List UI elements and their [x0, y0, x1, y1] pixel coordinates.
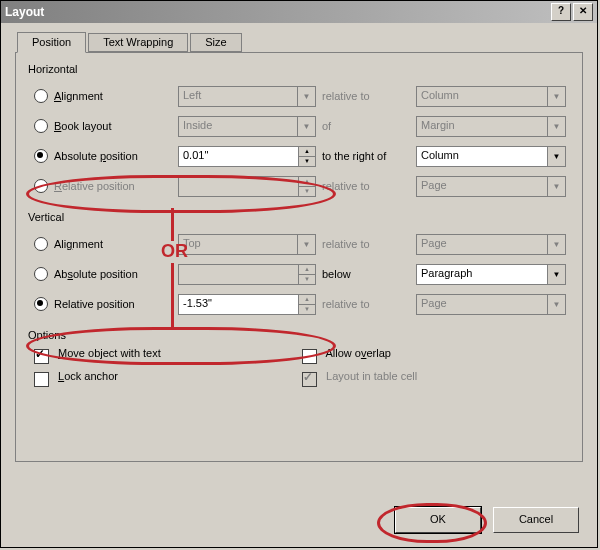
chevron-down-icon[interactable]: ▼: [298, 86, 316, 107]
radio-h-book[interactable]: [34, 119, 48, 133]
window-title: Layout: [5, 5, 44, 19]
combo-h-alignment[interactable]: Left ▼: [178, 86, 316, 107]
combo-v-absolute-rel[interactable]: Paragraph ▼: [416, 264, 566, 285]
combo-h-book-rel-value: Margin: [416, 116, 548, 137]
titlebar: Layout ? ✕: [1, 1, 597, 23]
spin-up-icon[interactable]: ▲: [299, 264, 316, 275]
spinner-h-absolute-value[interactable]: 0.01": [178, 146, 299, 167]
combo-h-relative-rel[interactable]: Page ▼: [416, 176, 566, 197]
label-h-alignment: Alignment: [54, 90, 174, 102]
combo-h-book-value: Inside: [178, 116, 298, 137]
chevron-down-icon[interactable]: ▼: [548, 294, 566, 315]
combo-h-alignment-rel-value: Column: [416, 86, 548, 107]
radio-v-alignment[interactable]: [34, 237, 48, 251]
combo-v-alignment-rel-value: Page: [416, 234, 548, 255]
group-vertical-label: Vertical: [28, 211, 570, 223]
combo-v-relative-rel[interactable]: Page ▼: [416, 294, 566, 315]
group-options: Options Move object with text Allow over…: [28, 329, 570, 385]
tab-pane-position: Horizontal Alignment Left ▼ relative to …: [15, 52, 583, 462]
group-vertical: Vertical Alignment Top ▼ relative to Pag…: [28, 211, 570, 319]
chevron-down-icon[interactable]: ▼: [298, 116, 316, 137]
spinner-v-relative-value[interactable]: -1.53": [178, 294, 299, 315]
radio-h-relative[interactable]: [34, 179, 48, 193]
label-h-book: Book layout: [54, 120, 174, 132]
chevron-down-icon[interactable]: ▼: [548, 146, 566, 167]
spinner-h-absolute[interactable]: 0.01" ▲ ▼: [178, 146, 316, 167]
radio-h-alignment[interactable]: [34, 89, 48, 103]
label-v-alignment: Alignment: [54, 238, 174, 250]
spinner-v-relative[interactable]: -1.53" ▲ ▼: [178, 294, 316, 315]
row-h-book: Book layout Inside ▼ of Margin ▼: [28, 111, 570, 141]
chevron-down-icon[interactable]: ▼: [548, 116, 566, 137]
spin-down-icon[interactable]: ▼: [299, 187, 316, 197]
chevron-down-icon[interactable]: ▼: [548, 86, 566, 107]
checkbox-overlap[interactable]: [302, 349, 317, 364]
label-move: Move object with text: [58, 347, 161, 359]
group-horizontal: Horizontal Alignment Left ▼ relative to …: [28, 63, 570, 201]
combo-v-absolute-rel-value: Paragraph: [416, 264, 548, 285]
combo-v-alignment-value: Top: [178, 234, 298, 255]
checkbox-tablecell: [302, 372, 317, 387]
spin-down-icon[interactable]: ▼: [299, 275, 316, 285]
row-h-alignment: Alignment Left ▼ relative to Column ▼: [28, 81, 570, 111]
spin-up-icon[interactable]: ▲: [299, 294, 316, 305]
label-tablecell: Layout in table cell: [326, 370, 417, 382]
row-h-relative: Relative position ▲ ▼ relative to Page ▼: [28, 171, 570, 201]
checkbox-lock[interactable]: [34, 372, 49, 387]
label-h-relative: Relative position: [54, 180, 174, 192]
spinner-h-relative-value[interactable]: [178, 176, 299, 197]
label-h-absolute: Absolute position: [54, 150, 174, 162]
close-button[interactable]: ✕: [573, 3, 593, 21]
label-overlap: Allow overlap: [325, 347, 390, 359]
spin-up-icon[interactable]: ▲: [299, 176, 316, 187]
opt-overlap[interactable]: Allow overlap: [302, 347, 570, 362]
label-v-alignment-rel: relative to: [322, 238, 412, 250]
dialog-client: Position Text Wrapping Size Horizontal A…: [1, 23, 597, 547]
combo-v-alignment-rel[interactable]: Page ▼: [416, 234, 566, 255]
cancel-button[interactable]: Cancel: [493, 507, 579, 533]
spin-down-icon[interactable]: ▼: [299, 157, 316, 167]
combo-h-alignment-rel[interactable]: Column ▼: [416, 86, 566, 107]
combo-h-absolute-rel[interactable]: Column ▼: [416, 146, 566, 167]
opt-move[interactable]: Move object with text: [34, 347, 302, 362]
combo-v-relative-rel-value: Page: [416, 294, 548, 315]
combo-h-book-rel[interactable]: Margin ▼: [416, 116, 566, 137]
spinner-v-absolute[interactable]: ▲ ▼: [178, 264, 316, 285]
ok-button[interactable]: OK: [395, 507, 481, 533]
opt-tablecell: Layout in table cell: [302, 370, 570, 385]
dialog-buttons: OK Cancel: [395, 507, 579, 533]
tabs: Position Text Wrapping Size: [17, 31, 583, 52]
spin-up-icon[interactable]: ▲: [299, 146, 316, 157]
combo-h-absolute-rel-value: Column: [416, 146, 548, 167]
radio-v-absolute[interactable]: [34, 267, 48, 281]
checkbox-move[interactable]: [34, 349, 49, 364]
label-v-absolute: Absolute position: [54, 268, 174, 280]
row-h-absolute: Absolute position 0.01" ▲ ▼ to the right…: [28, 141, 570, 171]
group-horizontal-label: Horizontal: [28, 63, 570, 75]
row-v-absolute: Absolute position ▲ ▼ below Paragraph ▼: [28, 259, 570, 289]
radio-v-relative[interactable]: [34, 297, 48, 311]
spin-down-icon[interactable]: ▼: [299, 305, 316, 315]
label-h-absolute-rel: to the right of: [322, 150, 412, 162]
opt-lock[interactable]: Lock anchor: [34, 370, 302, 385]
help-button[interactable]: ?: [551, 3, 571, 21]
row-v-alignment: Alignment Top ▼ relative to Page ▼: [28, 229, 570, 259]
chevron-down-icon[interactable]: ▼: [548, 264, 566, 285]
label-v-relative-rel: relative to: [322, 298, 412, 310]
tab-text-wrapping[interactable]: Text Wrapping: [88, 33, 188, 52]
radio-h-absolute[interactable]: [34, 149, 48, 163]
chevron-down-icon[interactable]: ▼: [548, 176, 566, 197]
combo-h-alignment-value: Left: [178, 86, 298, 107]
spinner-v-absolute-value[interactable]: [178, 264, 299, 285]
combo-v-alignment[interactable]: Top ▼: [178, 234, 316, 255]
tab-size[interactable]: Size: [190, 33, 241, 52]
combo-h-book[interactable]: Inside ▼: [178, 116, 316, 137]
tab-position[interactable]: Position: [17, 32, 86, 53]
chevron-down-icon[interactable]: ▼: [548, 234, 566, 255]
label-v-relative: Relative position: [54, 298, 174, 310]
layout-dialog: Layout ? ✕ Position Text Wrapping Size H…: [0, 0, 598, 548]
titlebar-buttons: ? ✕: [549, 3, 593, 21]
label-h-book-rel: of: [322, 120, 412, 132]
chevron-down-icon[interactable]: ▼: [298, 234, 316, 255]
spinner-h-relative[interactable]: ▲ ▼: [178, 176, 316, 197]
